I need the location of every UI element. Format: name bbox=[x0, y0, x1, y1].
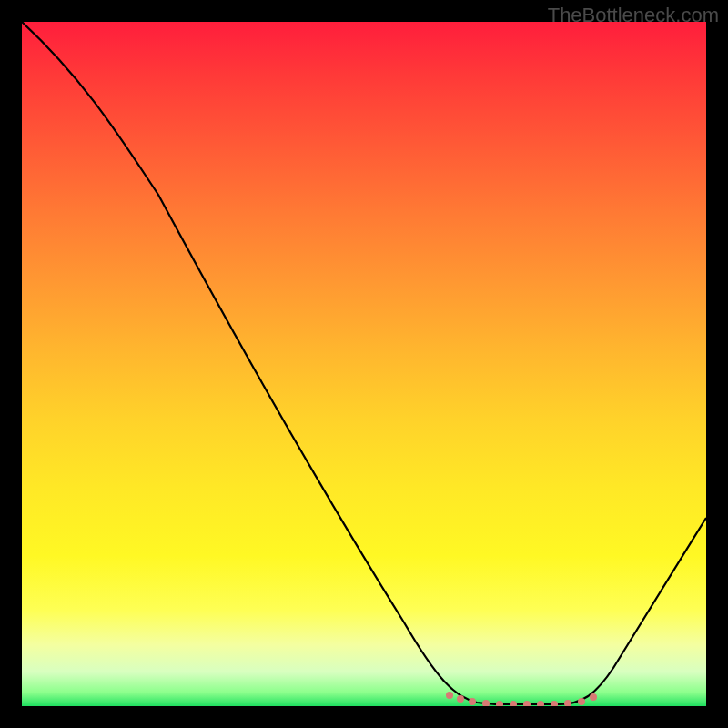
svg-point-8 bbox=[551, 701, 558, 706]
svg-point-7 bbox=[537, 701, 544, 706]
svg-point-1 bbox=[457, 695, 464, 703]
svg-point-3 bbox=[482, 700, 490, 706]
svg-point-10 bbox=[578, 698, 585, 705]
svg-point-9 bbox=[564, 700, 571, 706]
curve-line bbox=[22, 22, 706, 704]
svg-point-6 bbox=[523, 701, 531, 706]
svg-point-0 bbox=[446, 692, 453, 699]
watermark-text: TheBottleneck.com bbox=[548, 4, 719, 27]
svg-point-2 bbox=[469, 698, 476, 705]
svg-point-4 bbox=[496, 701, 503, 706]
svg-point-11 bbox=[590, 693, 597, 701]
bottleneck-curve bbox=[22, 22, 706, 706]
svg-point-5 bbox=[510, 701, 517, 706]
chart-frame bbox=[22, 22, 706, 706]
